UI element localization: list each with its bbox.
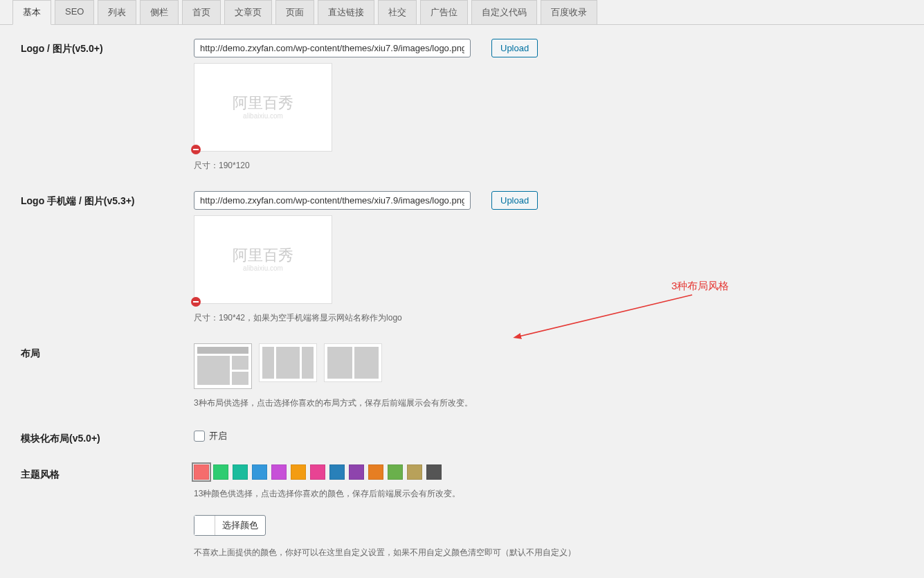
tab-2[interactable]: 列表 bbox=[98, 0, 136, 25]
color-swatch-6[interactable] bbox=[310, 464, 325, 480]
annotation-text: 3种布局风格 bbox=[671, 280, 729, 293]
logo-upload-button[interactable]: Upload bbox=[491, 39, 538, 57]
module-layout-checkbox-label: 开启 bbox=[209, 430, 227, 442]
tab-10[interactable]: 自定义代码 bbox=[471, 0, 537, 25]
remove-icon[interactable] bbox=[191, 145, 201, 154]
label-logo-mobile: Logo 手机端 / 图片(v5.3+) bbox=[21, 191, 194, 208]
color-swatch-4[interactable] bbox=[271, 464, 287, 480]
logo-preview-text: 阿里百秀 bbox=[233, 94, 293, 112]
logo-mobile-url-input[interactable] bbox=[194, 191, 471, 210]
settings-tabs: 基本SEO列表侧栏首页文章页页面直达链接社交广告位自定义代码百度收录 bbox=[0, 0, 924, 25]
color-swatch-0[interactable] bbox=[194, 464, 209, 480]
tab-7[interactable]: 直达链接 bbox=[318, 0, 374, 25]
logo-mobile-preview-sub: alibaixiu.com bbox=[233, 264, 293, 273]
layout-option-2[interactable] bbox=[259, 343, 317, 382]
theme-style-hint: 13种颜色供选择，点击选择你喜欢的颜色，保存后前端展示会有所改变。 bbox=[194, 488, 924, 500]
logo-mobile-preview-text: 阿里百秀 bbox=[233, 246, 293, 264]
color-swatch-8[interactable] bbox=[349, 464, 364, 480]
logo-hint: 尺寸：190*120 bbox=[194, 160, 924, 172]
layout-hint: 3种布局供选择，点击选择你喜欢的布局方式，保存后前端展示会有所改变。 bbox=[194, 397, 924, 409]
logo-preview-sub: alibaixiu.com bbox=[233, 112, 293, 120]
tab-6[interactable]: 页面 bbox=[275, 0, 314, 25]
tab-1[interactable]: SEO bbox=[55, 0, 94, 25]
layout-option-3[interactable] bbox=[324, 343, 382, 382]
logo-mobile-hint: 尺寸：190*42，如果为空手机端将显示网站名称作为logo bbox=[194, 312, 924, 324]
theme-style-hint2: 不喜欢上面提供的颜色，你好可以在这里自定义设置，如果不用自定义颜色清空即可（默认… bbox=[194, 547, 924, 559]
custom-color-button[interactable]: 选择颜色 bbox=[194, 515, 266, 536]
tab-11[interactable]: 百度收录 bbox=[541, 0, 597, 25]
logo-url-input[interactable] bbox=[194, 39, 471, 57]
logo-mobile-preview: 阿里百秀 alibaixiu.com bbox=[194, 215, 332, 304]
custom-color-label: 选择颜色 bbox=[215, 519, 265, 532]
color-swatch-2[interactable] bbox=[233, 464, 248, 480]
color-swatch-10[interactable] bbox=[388, 464, 403, 480]
layout-option-1[interactable] bbox=[194, 343, 252, 389]
tab-9[interactable]: 广告位 bbox=[420, 0, 468, 25]
label-logo: Logo / 图片(v5.0+) bbox=[21, 39, 194, 55]
settings-form: Logo / 图片(v5.0+) Upload 阿里百秀 alibaixiu.c… bbox=[0, 25, 924, 578]
color-swatch-5[interactable] bbox=[291, 464, 306, 480]
tab-3[interactable]: 侧栏 bbox=[140, 0, 179, 25]
logo-preview: 阿里百秀 alibaixiu.com bbox=[194, 63, 332, 152]
tab-4[interactable]: 首页 bbox=[182, 0, 221, 25]
color-swatch-7[interactable] bbox=[329, 464, 345, 480]
label-theme-style: 主题风格 bbox=[21, 464, 194, 481]
color-swatch-11[interactable] bbox=[407, 464, 422, 480]
color-swatch-9[interactable] bbox=[368, 464, 383, 480]
color-swatch-3[interactable] bbox=[252, 464, 267, 480]
label-module-layout: 模块化布局(v5.0+) bbox=[21, 428, 194, 445]
tab-0[interactable]: 基本 bbox=[12, 0, 51, 25]
logo-mobile-upload-button[interactable]: Upload bbox=[491, 191, 538, 210]
tab-5[interactable]: 文章页 bbox=[224, 0, 272, 25]
color-swatches bbox=[194, 464, 924, 480]
label-layout: 布局 bbox=[21, 343, 194, 360]
color-swatch-12[interactable] bbox=[426, 464, 442, 480]
module-layout-checkbox[interactable] bbox=[194, 431, 205, 442]
remove-icon[interactable] bbox=[191, 297, 201, 307]
tab-8[interactable]: 社交 bbox=[378, 0, 417, 25]
color-swatch-1[interactable] bbox=[213, 464, 228, 480]
